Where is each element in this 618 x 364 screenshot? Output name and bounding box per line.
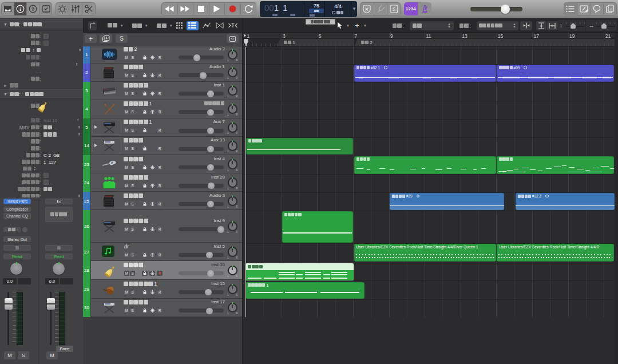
svg-text:♪: ♪ <box>609 7 612 11</box>
svg-text:S: S <box>392 6 395 12</box>
svg-text:i: i <box>19 6 21 12</box>
svg-text:?: ? <box>31 6 35 12</box>
